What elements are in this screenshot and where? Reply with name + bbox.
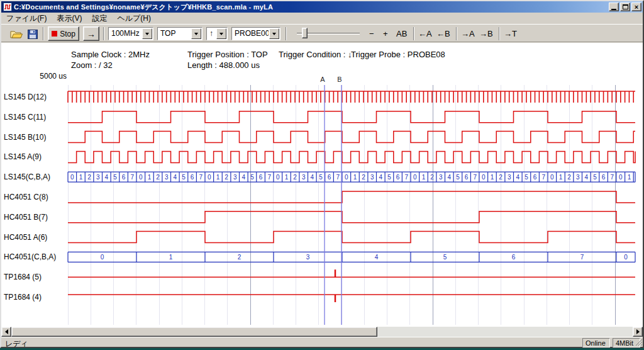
maximize-button[interactable] [620,3,630,11]
zoom-slider-thumb[interactable] [302,28,308,38]
channel-row: LS145 D(12) [4,91,635,103]
menu-settings[interactable]: 設定 [87,12,112,25]
channel-row: TP1684 (5) [4,269,635,281]
close-button[interactable]: × [631,3,641,11]
bus-value: 7 [473,174,477,181]
stop-button[interactable]: Stop [48,26,79,41]
dropdown-arrow-icon[interactable] [142,28,152,39]
waveform-area: Sample Clock : 2MHz Trigger Position : T… [1,43,643,327]
trigger-probe-select[interactable]: PROBE00 [231,27,280,40]
goto-trigger-button[interactable]: →T [504,29,517,38]
resize-grip[interactable] [635,338,643,346]
bus-value: 3 [96,174,100,181]
trigger-position-value: TOP [158,28,191,40]
channel-label: HC4051 B(7) [4,213,48,222]
bus-value: 3 [165,174,169,181]
minimize-button[interactable] [609,3,619,11]
waveform-trace [68,151,635,162]
bus-value: 6 [191,174,194,181]
window-title: C:¥Documents and Settings¥noname¥デスクトップ¥… [14,3,609,12]
bus-value: 1 [559,174,563,181]
bus-value: 4 [379,174,383,181]
trigger-edge-select[interactable]: ↑ [206,27,228,40]
dropdown-arrow-icon[interactable] [216,28,226,39]
run-button[interactable]: → [83,26,99,41]
bus-value: 1 [353,174,357,181]
waveform-trace [68,212,635,223]
zoom-out-button[interactable]: − [369,29,374,38]
bus-value: 1 [491,174,494,181]
trigger-position-info: Trigger Position : TOP [187,50,268,59]
channel-label: HC4051 A(6) [4,233,47,242]
channel-row: LS145 B(10) [4,132,635,143]
bus-value: 4 [585,174,589,181]
menu-file[interactable]: ファイル(F) [1,12,52,25]
open-file-button[interactable] [9,27,24,41]
bus-value: 5 [525,174,528,181]
bus-value: 4 [448,174,452,181]
channel-label: HC4051 C(8) [4,193,48,201]
scroll-right-button[interactable] [633,327,643,337]
trigger-condition-info: Trigger Condition : ↓ [279,50,352,59]
channel-row: HC4051(C,B,A)012345670 [4,252,635,262]
channel-label: LS145 C(11) [4,113,46,121]
bus-value: 2 [238,254,242,261]
maximize-icon [623,4,628,9]
bus-value: 4 [375,254,379,261]
bus-value: 5 [387,174,391,181]
bus-value: 6 [396,174,400,181]
set-cursor-b-button[interactable]: →B [479,29,493,38]
bus-value: 2 [225,174,228,181]
menu-view[interactable]: 表示(V) [52,12,87,25]
goto-cursor-b-button[interactable]: ←B [436,29,450,38]
bus-value: 4 [105,174,109,181]
ab-button[interactable]: AB [396,29,407,38]
bus-value: 4 [242,174,246,181]
save-button[interactable] [25,27,40,41]
cursor-label-a: A [320,76,325,83]
goto-cursor-a-button[interactable]: ←A [418,29,432,38]
toolbar-separator [499,27,500,40]
dropdown-arrow-icon[interactable] [269,28,279,39]
trigger-position-select[interactable]: TOP [157,27,203,40]
zoom-in-button[interactable]: + [383,29,388,38]
channel-row: LS145(C,B,A)0123456701234567012345670123… [4,172,635,182]
toolbar-separator [413,27,414,40]
bus-value: 3 [508,174,511,181]
bus-value: 7 [404,174,408,181]
channel-row: HC4051 B(7) [4,212,635,223]
bus-value: 3 [302,174,306,181]
waveform-trace [68,132,635,143]
bus-value: 5 [443,254,447,261]
toolbar-separator [43,27,44,40]
trigger-probe-info: Trigger Probe : PROBE08 [351,50,445,59]
channel-row: HC4051 A(6) [4,232,635,243]
channel-row: LS145 C(11) [4,111,635,123]
bus-value: 2 [156,174,160,181]
bus-value: 6 [328,174,331,181]
bus-value: 0 [70,174,74,181]
scrollbar-thumb[interactable] [11,327,377,337]
bus-value: 6 [602,174,606,181]
horizontal-scrollbar[interactable] [1,327,643,337]
waveform-plot[interactable]: LS145 D(12)LS145 C(11)LS145 B(10)LS145 A… [1,72,643,327]
stop-label: Stop [60,30,75,38]
bus-value: 2 [87,174,91,181]
bus-value: 6 [512,254,516,261]
waveform-trace [68,111,635,123]
bus-value: 3 [439,174,443,181]
bus-value: 6 [533,174,537,181]
menu-help[interactable]: ヘルプ(H) [112,12,156,25]
stop-icon [52,31,57,37]
bus-value: 4 [516,174,520,181]
titlebar[interactable]: C:¥Documents and Settings¥noname¥デスクトップ¥… [1,1,643,13]
scroll-left-button[interactable] [1,327,11,337]
sample-clock-select[interactable]: 100MHz [108,27,153,40]
arrow-left-icon [5,329,8,334]
channel-label: HC4051(C,B,A) [4,252,56,261]
bus-value: 1 [79,174,83,181]
bus-value: 6 [259,174,263,181]
set-cursor-a-button[interactable]: →A [461,29,475,38]
bus-value: 2 [430,174,434,181]
dropdown-arrow-icon[interactable] [191,28,201,39]
